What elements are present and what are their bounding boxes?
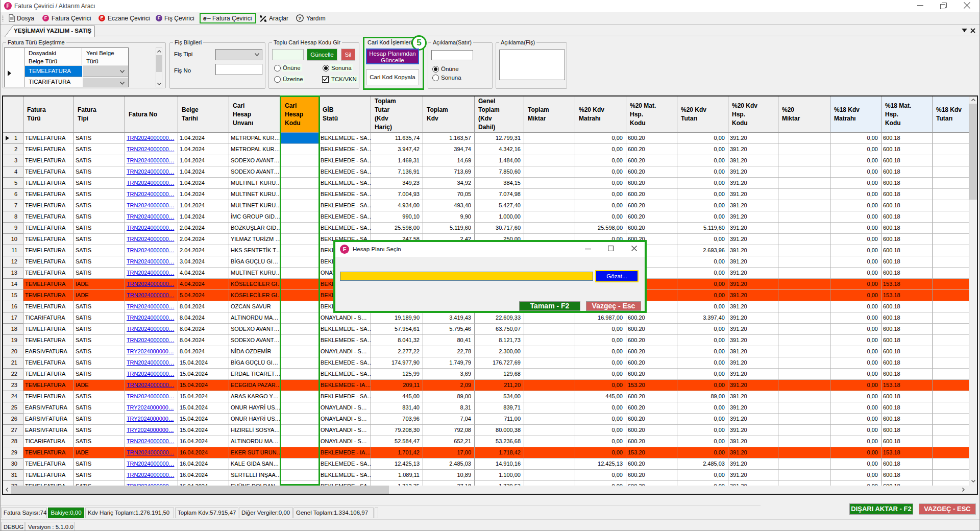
svg-text:?: ? bbox=[299, 15, 302, 21]
